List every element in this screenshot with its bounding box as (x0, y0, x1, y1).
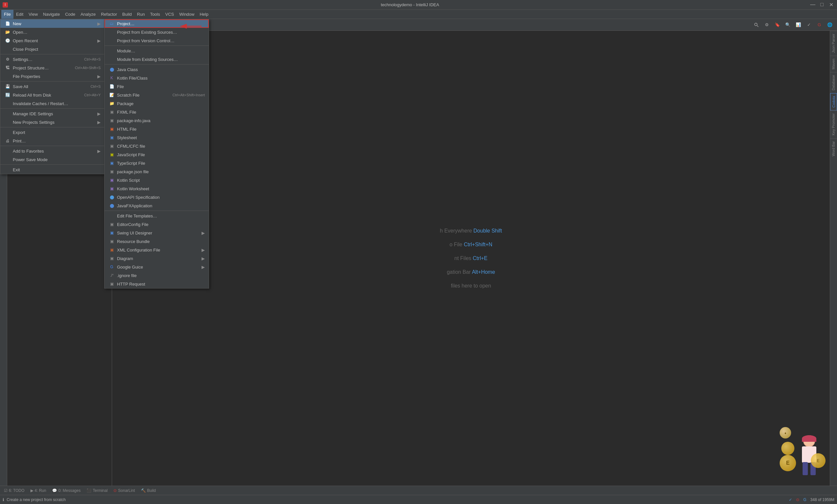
menu-run[interactable]: Run (135, 10, 147, 19)
submenu-edit-templates[interactable]: Edit File Templates… (105, 211, 209, 220)
submenu-package[interactable]: 📁 Package (105, 99, 209, 108)
submenu-module[interactable]: Module… (105, 46, 209, 55)
submenu-scratch[interactable]: 📝 Scratch File Ctrl+Alt+Shift+Insert (105, 91, 209, 99)
menu-view[interactable]: View (26, 10, 40, 19)
maximize-button[interactable]: □ (819, 2, 825, 8)
submenu-ignore[interactable]: .i* .ignore file (105, 271, 209, 280)
submenu-fxml[interactable]: ▣ FXML File (105, 108, 209, 116)
toolbar-translate[interactable]: 🌐 (825, 20, 834, 30)
toolbar-search[interactable] (752, 20, 761, 30)
separator-3 (0, 108, 105, 109)
menu-open[interactable]: 📂 Open… (0, 28, 105, 36)
menu-window[interactable]: Window (177, 10, 197, 19)
menu-export[interactable]: Export (0, 128, 105, 136)
toolbar-coverage[interactable]: 📊 (794, 20, 803, 30)
submenu-swing[interactable]: ▣ Swing UI Designer ▶ (105, 229, 209, 237)
print-icon: 🖨 (4, 137, 11, 144)
menu-edit[interactable]: Edit (14, 10, 26, 19)
submenu-file[interactable]: 📄 File (105, 82, 209, 91)
submenu-javafx[interactable]: ⬤ JavaFXApplication (105, 201, 209, 210)
menu-help[interactable]: Help (197, 10, 211, 19)
menu-exit[interactable]: Exit (0, 165, 105, 174)
submenu-sep-3 (105, 210, 209, 211)
toolbar-bookmark[interactable]: 🔖 (773, 20, 782, 30)
hint-key-nav: Alt+Home (472, 269, 495, 275)
terminal-label: Terminal (93, 488, 107, 493)
guice-icon: G (108, 264, 115, 270)
submenu-ts[interactable]: ▣ TypeScript File (105, 159, 209, 167)
menu-project-structure[interactable]: 🏗 Project Structure… Ctrl+Alt+Shift+S (0, 63, 105, 72)
submenu-kotlin-ws[interactable]: ▣ Kotlin Worksheet (105, 184, 209, 193)
submenu-pkgjson-label: package.json file (117, 169, 149, 174)
git-branch[interactable]: G (803, 498, 806, 502)
right-tab-json[interactable]: Json Parser (830, 31, 837, 56)
submenu-cfml[interactable]: ▣ CFML/CFC file (105, 142, 209, 150)
menu-close-project[interactable]: Close Project (0, 45, 105, 53)
submenu-resource-bundle[interactable]: ▣ Resource Bundle (105, 237, 209, 246)
submenu-pkg-info[interactable]: ▣ package-info.java (105, 116, 209, 125)
submenu-diagram[interactable]: ▣ Diagram ▶ (105, 254, 209, 263)
submenu-project-vcs[interactable]: Project from Version Control… (105, 36, 209, 45)
submenu-module-existing[interactable]: Module from Existing Sources… (105, 55, 209, 63)
submenu-js[interactable]: ▣ JavaScript File (105, 150, 209, 159)
submenu-java-class[interactable]: ⬤ Java Class (105, 65, 209, 74)
menu-reload[interactable]: 🔄 Reload All from Disk Ctrl+Alt+Y (0, 91, 105, 99)
vcs-icon (108, 37, 115, 44)
submenu-html[interactable]: ▣ HTML File (105, 125, 209, 133)
menu-open-recent[interactable]: 🕒 Open Recent ▶ (0, 36, 105, 45)
menu-build[interactable]: Build (120, 10, 135, 19)
bottom-tab-build[interactable]: 🔨 Build (138, 487, 159, 494)
menu-tools[interactable]: Tools (147, 10, 163, 19)
bottom-tab-run[interactable]: ▶ 4: Run (28, 487, 49, 494)
submenu-kotlin-class[interactable]: K Kotlin File/Class (105, 74, 209, 82)
bottom-tab-todo[interactable]: ☑ 6: TODO (1, 487, 27, 494)
sonar-status[interactable]: ⊙ (796, 498, 799, 502)
menu-navigate[interactable]: Navigate (40, 10, 62, 19)
toolbar-settings[interactable]: ⚙ (762, 20, 771, 30)
menu-vcs[interactable]: VCS (163, 10, 177, 19)
menu-settings[interactable]: ⚙ Settings… Ctrl+Alt+S (0, 55, 105, 63)
bottom-tab-sonarlint[interactable]: ⊙ SonarLint (111, 487, 137, 494)
submenu-css[interactable]: ▣ Stylesheet (105, 133, 209, 142)
bottom-tab-messages[interactable]: 💬 0: Messages (50, 487, 83, 494)
menu-new-proj-settings[interactable]: New Projects Settings ▶ (0, 118, 105, 126)
menu-power-save[interactable]: Power Save Mode (0, 155, 105, 164)
menu-recent-label: Open Recent (13, 38, 38, 43)
submenu-pkgjson[interactable]: ▣ package.json file (105, 167, 209, 176)
toolbar-grazie[interactable]: G (815, 20, 824, 30)
right-tab-codota[interactable]: Codota (830, 93, 837, 110)
hint-file: o File Ctrl+Shift+N (450, 242, 493, 247)
menu-file[interactable]: File (1, 10, 14, 19)
menu-code[interactable]: Code (63, 10, 78, 19)
xml-arrow: ▶ (201, 247, 205, 253)
menu-new[interactable]: 📄 New ▶ (0, 19, 105, 28)
git-status[interactable]: ✓ (789, 498, 792, 502)
menu-save-all[interactable]: 💾 Save All Ctrl+S (0, 82, 105, 91)
right-tab-keypromoter[interactable]: Key Promoter (830, 110, 837, 138)
submenu-xml-config[interactable]: ▣ XML Configuration File ▶ (105, 246, 209, 254)
bottom-tab-terminal[interactable]: ⬛ Terminal (84, 487, 110, 494)
toolbar-check[interactable]: ✓ (804, 20, 814, 30)
memory-indicator[interactable]: 348 of 1959M (811, 498, 834, 502)
menu-file-properties[interactable]: File Properties ▶ (0, 72, 105, 80)
menu-invalidate[interactable]: Invalidate Caches / Restart… (0, 99, 105, 108)
submenu-scratch-label: Scratch File (117, 93, 140, 98)
right-tab-database[interactable]: Database (830, 72, 837, 93)
html-icon: ▣ (108, 126, 115, 132)
toolbar-find[interactable]: 🔍 (783, 20, 793, 30)
close-button[interactable]: ✕ (828, 2, 834, 8)
submenu-kotlin-script[interactable]: ▣ Kotlin Script (105, 176, 209, 184)
submenu-editorconfig[interactable]: ▣ EditorConfig File (105, 220, 209, 229)
menu-refactor[interactable]: Refactor (98, 10, 120, 19)
right-tab-wordbar[interactable]: Word Bar (830, 138, 837, 159)
menu-manage-ide[interactable]: Manage IDE Settings ▶ (0, 109, 105, 118)
submenu-http[interactable]: ▣ HTTP Request (105, 280, 209, 288)
submenu-google-guice[interactable]: G Google Guice ▶ (105, 263, 209, 271)
menu-add-favorites[interactable]: Add to Favorites ▶ (0, 147, 105, 155)
right-tab-maven[interactable]: Maven (830, 56, 837, 72)
minimize-button[interactable]: — (809, 2, 816, 8)
menu-power-label: Power Save Mode (13, 157, 48, 162)
submenu-openapi[interactable]: ⬤ OpenAPI Specification (105, 193, 209, 201)
menu-print[interactable]: 🖨 Print… (0, 136, 105, 145)
menu-analyze[interactable]: Analyze (78, 10, 98, 19)
